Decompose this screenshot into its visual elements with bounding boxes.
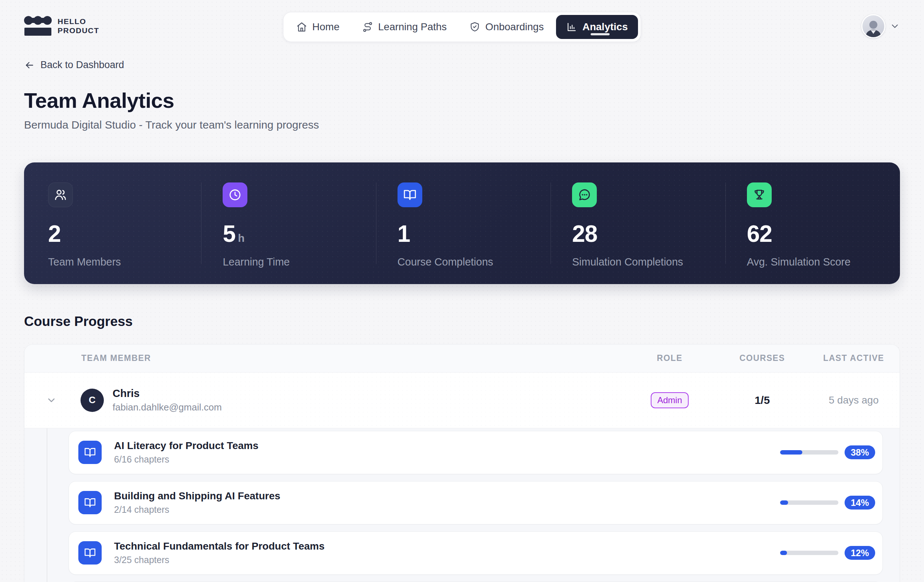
column-header-team-member: TEAM MEMBER <box>78 353 623 363</box>
stats-summary-card: 2 Team Members 5h Learning Time 1 Course… <box>24 162 900 284</box>
nav-item-label: Analytics <box>582 21 628 33</box>
app-logo[interactable]: HELLO PRODUCT <box>24 16 99 36</box>
nav-item-home[interactable]: Home <box>286 15 350 39</box>
app-header: HELLO PRODUCT Home Learning Paths <box>0 0 924 43</box>
users-icon <box>48 183 73 207</box>
course-row[interactable]: Building and Shipping AI Features 2/14 c… <box>69 481 883 524</box>
stat-label: Course Completions <box>398 256 551 268</box>
progress-bar <box>780 551 838 555</box>
stat-avg-simulation-score: 62 Avg. Simulation Score <box>726 183 900 264</box>
progress-percent-badge: 38% <box>845 445 875 459</box>
stat-value: 1 <box>398 220 410 247</box>
page-subtitle: Bermuda Digital Studio - Track your team… <box>24 119 900 131</box>
indent-guide-line <box>47 428 47 582</box>
expand-chevron-icon[interactable] <box>25 395 78 406</box>
member-last-active: 5 days ago <box>808 394 899 406</box>
member-email: fabian.dahlke@gmail.com <box>112 402 222 413</box>
stat-course-completions: 1 Course Completions <box>376 183 551 264</box>
book-open-icon <box>78 541 102 564</box>
stat-team-members: 2 Team Members <box>24 183 201 264</box>
nav-item-label: Learning Paths <box>378 21 447 33</box>
nav-item-analytics[interactable]: Analytics <box>556 15 638 39</box>
expanded-course-list: AI Literacy for Product Teams 6/16 chapt… <box>25 428 899 582</box>
course-chapters: 3/25 chapters <box>114 555 325 565</box>
trophy-icon <box>747 183 772 207</box>
logo-text: HELLO PRODUCT <box>58 17 99 35</box>
progress-percent-badge: 14% <box>845 496 875 509</box>
course-title: Technical Fundamentals for Product Teams <box>114 541 325 552</box>
user-menu[interactable] <box>861 14 900 38</box>
stat-value: 5 <box>223 220 235 247</box>
clock-icon <box>223 183 248 207</box>
column-header-last-active: LAST ACTIVE <box>808 353 899 363</box>
course-row[interactable]: Technical Fundamentals for Product Teams… <box>69 531 883 575</box>
column-header-courses: COURSES <box>717 353 808 363</box>
home-icon <box>296 21 307 32</box>
section-title-course-progress: Course Progress <box>24 314 900 329</box>
back-to-dashboard-link[interactable]: Back to Dashboard <box>24 59 124 71</box>
logo-mark-icon <box>24 16 52 36</box>
page-title: Team Analytics <box>24 88 900 112</box>
member-name: Chris <box>112 387 222 399</box>
user-avatar[interactable] <box>861 14 885 38</box>
course-title: AI Literacy for Product Teams <box>114 440 258 452</box>
stat-value: 2 <box>48 220 61 247</box>
chat-bubble-icon <box>572 183 597 207</box>
route-icon <box>362 21 373 32</box>
bar-chart-icon <box>566 21 577 32</box>
stat-value: 28 <box>572 220 597 247</box>
course-title: Building and Shipping AI Features <box>114 490 280 502</box>
course-row[interactable]: AI Literacy for Product Teams 6/16 chapt… <box>69 431 883 474</box>
stat-value: 62 <box>747 220 772 247</box>
stat-simulation-completions: 28 Simulation Completions <box>551 183 725 264</box>
role-badge: Admin <box>651 392 689 408</box>
table-row-member[interactable]: C Chris fabian.dahlke@gmail.com Admin 1/… <box>25 373 899 428</box>
book-open-icon <box>78 491 102 514</box>
chevron-down-icon <box>890 21 900 31</box>
course-progress-table: TEAM MEMBER ROLE COURSES LAST ACTIVE C C… <box>24 344 900 582</box>
course-chapters: 2/14 chapters <box>114 505 280 515</box>
main-content: Back to Dashboard Team Analytics Bermuda… <box>0 43 924 582</box>
nav-item-learning-paths[interactable]: Learning Paths <box>352 15 457 39</box>
stat-label: Learning Time <box>223 256 376 268</box>
course-chapters: 6/16 chapters <box>114 454 258 465</box>
stat-label: Avg. Simulation Score <box>747 256 900 268</box>
nav-item-label: Onboardings <box>485 21 544 33</box>
nav-item-label: Home <box>312 21 340 33</box>
progress-bar <box>780 500 838 505</box>
nav-item-onboardings[interactable]: Onboardings <box>459 15 554 39</box>
table-header-row: TEAM MEMBER ROLE COURSES LAST ACTIVE <box>25 345 899 373</box>
book-open-icon <box>78 441 102 464</box>
book-open-icon <box>398 183 422 207</box>
column-header-role: ROLE <box>623 353 717 363</box>
progress-bar <box>780 450 838 455</box>
progress-percent-badge: 12% <box>845 546 875 560</box>
shield-check-icon <box>469 21 480 32</box>
member-courses-count: 1/5 <box>717 394 808 406</box>
stat-learning-time: 5h Learning Time <box>201 183 376 264</box>
stat-label: Team Members <box>48 256 201 268</box>
member-avatar: C <box>81 389 104 412</box>
arrow-left-icon <box>24 60 35 71</box>
main-nav: Home Learning Paths Onboardings <box>283 12 641 42</box>
stat-label: Simulation Completions <box>572 256 725 268</box>
